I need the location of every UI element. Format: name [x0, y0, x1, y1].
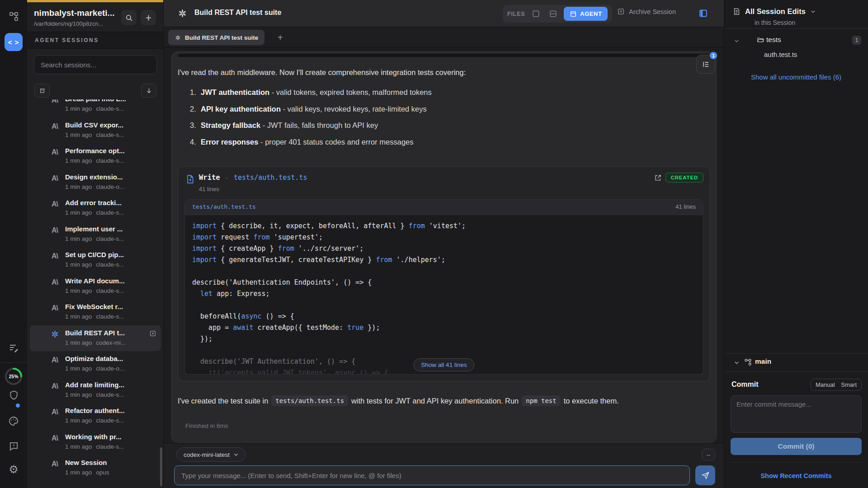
- usage-ring[interactable]: 25%: [4, 367, 23, 386]
- anthropic-logo: A\: [52, 434, 58, 442]
- workflow-icon[interactable]: [0, 11, 27, 22]
- session-meta: 1 min agoclaude-s...: [65, 287, 124, 294]
- sidebar-scrollbar[interactable]: [160, 447, 162, 486]
- new-tab-button[interactable]: +: [278, 32, 283, 43]
- chevron-down-icon[interactable]: [810, 9, 816, 14]
- settings-gear-icon[interactable]: ⚙: [0, 463, 27, 476]
- archive-filter-button[interactable]: [34, 84, 50, 98]
- sort-order-button[interactable]: [141, 84, 156, 98]
- session-list-item[interactable]: A\: [30, 117, 161, 144]
- anthropic-logo: A\: [52, 382, 58, 390]
- anthropic-logo: A\: [52, 148, 58, 156]
- session-meta: 1 min agoclaude-s...: [65, 235, 124, 242]
- code-header: tests/auth.test.ts 41 lines: [185, 200, 703, 215]
- rail-divider: [0, 362, 27, 363]
- send-button[interactable]: [695, 465, 715, 485]
- files-label: FILES: [507, 10, 525, 17]
- session-list-item[interactable]: A\: [30, 325, 161, 352]
- compose-icon[interactable]: [0, 343, 27, 353]
- edits-panel-title[interactable]: All Session Edits: [745, 7, 806, 16]
- show-all-lines-button[interactable]: Show all 41 lines: [413, 358, 474, 371]
- openai-logo: [177, 8, 188, 19]
- folder-chevron-icon[interactable]: [734, 38, 740, 44]
- new-session-button[interactable]: [141, 10, 156, 25]
- session-list-item[interactable]: A\: [30, 195, 161, 221]
- session-provider-icon: A\: [50, 407, 60, 417]
- session-list-item[interactable]: A\: [30, 429, 161, 455]
- session-provider-icon: A\: [50, 459, 60, 469]
- tree-file-name[interactable]: auth.test.ts: [764, 51, 797, 58]
- feedback-icon[interactable]: [0, 441, 27, 451]
- archive-session-button[interactable]: Archive Session: [617, 8, 676, 15]
- show-uncommitted-link[interactable]: Show all uncommitted files (6): [724, 73, 868, 81]
- search-button[interactable]: [121, 10, 137, 25]
- session-list-item[interactable]: A\: [30, 169, 161, 196]
- assistant-message: I've created the test suite in tests/aut…: [178, 395, 619, 406]
- file-plus-icon: [185, 174, 195, 184]
- session-title: Build CSV expor...: [65, 121, 151, 129]
- agent-window-icon: [570, 10, 577, 18]
- tab-build-rest-api[interactable]: Build REST API test suite: [168, 30, 264, 45]
- session-meta: 1 min agoclaude-s...: [65, 131, 124, 138]
- tree-folder-name[interactable]: tests: [766, 36, 781, 44]
- tool-file-path[interactable]: tests/auth.test.ts: [234, 174, 307, 182]
- session-list-item[interactable]: A\: [30, 455, 161, 481]
- inline-code-chip: npm test: [522, 395, 560, 406]
- workspace-accent-strip: [27, 0, 163, 2]
- session-provider-icon: A\: [50, 277, 60, 287]
- outline-list-button[interactable]: 1: [696, 55, 715, 74]
- show-recent-commits-link[interactable]: Show Recent Commits: [724, 472, 868, 479]
- session-title: Set up CI/CD pip...: [65, 251, 151, 258]
- session-archive-icon[interactable]: [149, 330, 156, 337]
- anthropic-logo: A\: [52, 200, 58, 208]
- session-list-item[interactable]: A\: [30, 403, 161, 429]
- commit-mode-manual[interactable]: Manual: [816, 381, 835, 388]
- external-link-icon[interactable]: [654, 174, 662, 182]
- model-selector[interactable]: codex-mini-latest: [176, 447, 246, 462]
- chat-scroll-edge: [178, 54, 710, 57]
- code-sessions-button[interactable]: < >: [5, 33, 23, 51]
- session-list-item[interactable]: A\: [30, 377, 161, 404]
- app-window: < > 25%: [0, 0, 868, 488]
- search-sessions-input[interactable]: [34, 55, 157, 74]
- commit-mode-switcher: Manual Smart: [811, 379, 862, 391]
- tab-label: Build REST API test suite: [185, 34, 258, 41]
- session-title: New Session: [65, 459, 151, 466]
- session-provider-icon: A\: [50, 381, 60, 391]
- workspace-name: nimbalyst-marketi...: [34, 8, 120, 18]
- archive-icon: [617, 8, 625, 15]
- session-list-item[interactable]: A\: [30, 299, 161, 325]
- branch-chevron-icon[interactable]: [734, 360, 740, 366]
- files-single-pane-button[interactable]: [529, 8, 542, 20]
- palette-icon[interactable]: [0, 416, 27, 427]
- session-title: Write API docum...: [65, 277, 151, 285]
- session-meta: 1 min agocodex-mi...: [65, 339, 126, 346]
- message-input[interactable]: [174, 465, 690, 485]
- list-item: 3.Strategy fallback - JWT fails, falls t…: [190, 121, 432, 138]
- session-provider-icon: A\: [50, 329, 60, 339]
- panel-toggle-icon[interactable]: [698, 9, 708, 18]
- sessions-sidebar: nimbalyst-marketi... /var/folders/nq/100…: [27, 0, 164, 488]
- commit-message-input[interactable]: [731, 395, 862, 433]
- session-list-item[interactable]: A\: [30, 221, 161, 248]
- branch-name[interactable]: main: [755, 357, 771, 366]
- usage-indicator-button[interactable]: --: [702, 449, 715, 460]
- session-list-item[interactable]: A\: [30, 273, 161, 300]
- agent-view-button[interactable]: AGENT: [564, 7, 608, 21]
- commit-mode-smart[interactable]: Smart: [841, 381, 857, 388]
- session-list-item[interactable]: A\: [30, 99, 161, 117]
- code-body: import { describe, it, expect, beforeAll…: [192, 221, 696, 375]
- code-file-path[interactable]: tests/auth.test.ts: [192, 203, 256, 210]
- session-title: Build REST API t...: [65, 329, 151, 337]
- session-list-item[interactable]: A\: [30, 143, 161, 169]
- session-list-item[interactable]: A\: [30, 247, 161, 273]
- session-list-item[interactable]: A\: [30, 351, 161, 377]
- list-item: 2.API key authentication - valid keys, r…: [190, 105, 432, 122]
- files-split-pane-button[interactable]: [547, 8, 559, 20]
- commit-button[interactable]: Commit (0): [731, 438, 862, 455]
- divider: [724, 371, 868, 372]
- session-meta: 1 min agoclaude-s...: [65, 105, 124, 112]
- shield-icon[interactable]: [0, 389, 27, 401]
- chat-panel: 1 I've read the auth middleware. Now I'l…: [171, 52, 717, 443]
- tab-bar: Build REST API test suite +: [164, 27, 724, 48]
